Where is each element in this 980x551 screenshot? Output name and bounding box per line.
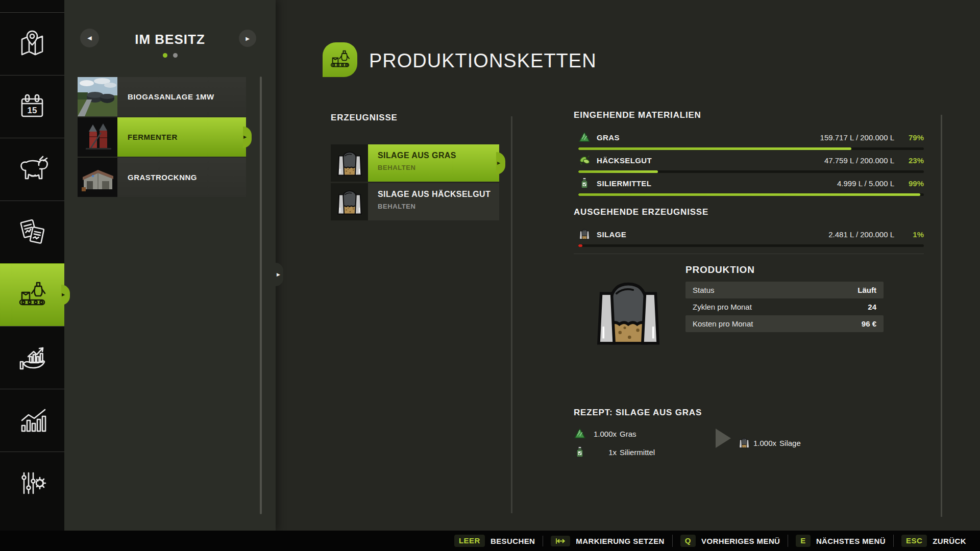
grass-icon bbox=[574, 428, 586, 440]
biogas-plant-photo bbox=[78, 77, 117, 116]
material-percent: 99% bbox=[894, 179, 924, 188]
row-label: Kosten pro Monat bbox=[693, 319, 753, 328]
selected-product-indicator: ▶ bbox=[496, 152, 505, 174]
esc-key: ESC bbox=[901, 535, 927, 547]
next-page-button[interactable]: ▶ bbox=[239, 30, 256, 47]
settings-sliders-icon bbox=[16, 467, 48, 499]
production-chains-content: PRODUKTIONSKETTEN ERZEUGNISSE SILAGE AUS… bbox=[276, 0, 980, 531]
page-dot-active[interactable] bbox=[163, 53, 167, 58]
control-label: BESUCHEN bbox=[491, 537, 535, 545]
material-row-silage: SILAGE 2.481 L / 200.000 L 1% bbox=[574, 228, 924, 247]
products-scrollbar[interactable] bbox=[511, 116, 512, 513]
map-icon bbox=[16, 28, 48, 60]
control-vorheriges-menu[interactable]: Q VORHERIGES MENÜ bbox=[672, 535, 788, 547]
recipe-name: Siliermittel bbox=[620, 448, 655, 457]
product-title: SILAGE AUS HÄCKSELGUT bbox=[378, 190, 499, 199]
material-name: HÄCKSELGUT bbox=[597, 156, 652, 165]
control-markierung-setzen[interactable]: MARKIERUNG SETZEN bbox=[543, 536, 672, 546]
product-mode: BEHALTEN bbox=[378, 164, 499, 171]
finances-icon bbox=[16, 341, 48, 374]
building-row-biogasanlage[interactable]: BIOGASANLAGE 1MW ▶ bbox=[78, 77, 246, 116]
building-list: BIOGASANLAGE 1MW ▶ bbox=[78, 77, 246, 198]
product-item-silage-aus-haeckselgut[interactable]: SILAGE AUS HÄCKSELGUT BEHALTEN ▶ bbox=[331, 183, 499, 220]
cow-icon bbox=[16, 153, 48, 186]
control-label: MARKIERUNG SETZEN bbox=[576, 537, 664, 545]
statistics-icon bbox=[16, 404, 48, 437]
q-key: Q bbox=[680, 535, 696, 547]
production-icon bbox=[16, 279, 48, 311]
owned-buildings-panel: ◀ IM BESITZ ▶ bbox=[64, 0, 276, 531]
main-menu-rail: 15 bbox=[0, 0, 64, 531]
recipe-input-gras: 1.000x Gras bbox=[574, 428, 636, 440]
bunker-silo-icon bbox=[331, 183, 368, 220]
input-hints-bar: LEER BESUCHEN MARKIERUNG SETZEN Q VORHER… bbox=[0, 531, 980, 551]
material-percent: 23% bbox=[894, 156, 924, 165]
material-row-siliermittel: SILIERMITTEL 4.999 L / 5.000 L 99% bbox=[574, 177, 924, 196]
recipe-arrow-icon bbox=[716, 429, 731, 448]
material-row-gras: GRAS 159.717 L / 200.000 L 79% bbox=[574, 131, 924, 150]
control-label: VORHERIGES MENÜ bbox=[701, 537, 780, 545]
products-section-title: ERZEUGNISSE bbox=[331, 113, 398, 123]
sidebar-item-contracts[interactable] bbox=[0, 201, 64, 263]
page-title: PRODUKTIONSKETTEN bbox=[369, 50, 597, 72]
product-title: SILAGE AUS GRAS bbox=[378, 151, 499, 160]
product-item-silage-aus-gras[interactable]: SILAGE AUS GRAS BEHALTEN ▶ bbox=[331, 144, 499, 182]
recipe-name: Gras bbox=[620, 430, 636, 438]
control-besuchen[interactable]: LEER BESUCHEN bbox=[447, 535, 543, 547]
fill-level-bar bbox=[578, 170, 924, 173]
sidebar-item-finances[interactable] bbox=[0, 326, 64, 389]
row-value: Läuft bbox=[857, 286, 876, 294]
material-amount: 2.481 L / 200.000 L bbox=[828, 230, 894, 239]
contracts-icon bbox=[16, 216, 48, 248]
page-dot[interactable] bbox=[173, 53, 178, 58]
material-percent: 79% bbox=[894, 133, 924, 142]
e-key: E bbox=[796, 535, 811, 547]
material-amount: 47.759 L / 200.000 L bbox=[824, 156, 894, 165]
building-row-grastrocknng[interactable]: GRASTROCKNNG ▶ bbox=[78, 158, 246, 197]
material-name: SILAGE bbox=[597, 230, 626, 239]
row-value: 96 € bbox=[862, 319, 876, 328]
material-percent: 1% bbox=[894, 230, 924, 239]
control-label: ZURÜCK bbox=[933, 537, 966, 545]
material-amount: 4.999 L / 5.000 L bbox=[837, 179, 894, 188]
production-chains-screen: 15 bbox=[0, 0, 980, 551]
fill-level-bar bbox=[578, 244, 924, 247]
calendar-icon: 15 bbox=[16, 90, 48, 123]
bunker-silo-icon bbox=[578, 228, 591, 240]
product-mode: BEHALTEN bbox=[378, 203, 499, 210]
recipe-input-siliermittel: 1x Siliermittel bbox=[574, 446, 655, 458]
sidebar-item-production[interactable]: ▶ bbox=[0, 263, 64, 326]
chaff-icon bbox=[578, 154, 591, 166]
recipe-qty: 1.000x bbox=[753, 439, 776, 447]
sidebar-item-calendar[interactable]: 15 bbox=[0, 75, 64, 138]
production-chains-icon bbox=[323, 42, 357, 77]
table-row: Zyklen pro Monat 24 bbox=[685, 298, 884, 315]
tab-key-icon bbox=[555, 538, 566, 544]
building-list-scrollbar[interactable] bbox=[260, 77, 262, 514]
recipe-output-silage: 1.000x Silage bbox=[738, 437, 801, 449]
recipe-name: Silage bbox=[779, 439, 801, 447]
sidebar-item-statistics[interactable] bbox=[0, 389, 64, 452]
control-zurueck[interactable]: ESC ZURÜCK bbox=[893, 535, 974, 547]
material-name: SILIERMITTEL bbox=[597, 179, 651, 188]
silage-additive-icon bbox=[574, 446, 586, 458]
page-dots bbox=[64, 53, 276, 58]
control-label: NÄCHSTES MENÜ bbox=[816, 537, 886, 545]
outputs-section-title: AUSGEHENDE ERZEUGNISSE bbox=[574, 207, 708, 217]
sidebar-item-animals[interactable] bbox=[0, 138, 64, 201]
sidebar-item-settings[interactable] bbox=[0, 452, 64, 514]
bunker-silo-large-icon bbox=[583, 282, 674, 348]
building-label: BIOGASANLAGE 1MW bbox=[117, 77, 246, 116]
row-label: Zyklen pro Monat bbox=[693, 303, 752, 311]
recipe-qty: 1.000x bbox=[589, 430, 617, 438]
details-scrollbar[interactable] bbox=[941, 115, 942, 517]
silage-additive-icon bbox=[578, 177, 591, 189]
building-row-fermenter[interactable]: FERMENTER ▶ bbox=[78, 117, 246, 157]
grass-drying-barn-photo bbox=[78, 158, 117, 197]
material-name: GRAS bbox=[597, 133, 620, 142]
control-naechstes-menu[interactable]: E NÄCHSTES MENÜ bbox=[788, 535, 893, 547]
sidebar-item-map[interactable] bbox=[0, 12, 64, 75]
material-row-haeckselgut: HÄCKSELGUT 47.759 L / 200.000 L 23% bbox=[574, 154, 924, 173]
building-label: GRASTROCKNNG bbox=[117, 158, 246, 197]
space-key: LEER bbox=[454, 535, 485, 547]
